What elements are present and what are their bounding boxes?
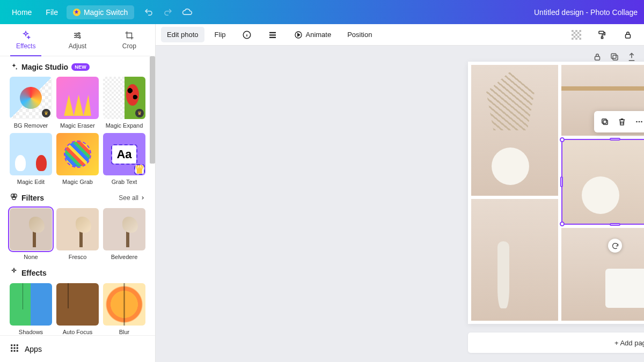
page-share-icon[interactable] <box>627 52 636 62</box>
magic-switch-icon <box>73 9 80 16</box>
effect-blur[interactable]: Blur <box>103 283 145 335</box>
page-duplicate-icon[interactable] <box>610 52 619 62</box>
tab-effects[interactable]: Effects <box>0 24 52 56</box>
tab-crop[interactable]: Crop <box>104 24 155 56</box>
resize-handle-sw[interactable] <box>560 221 565 226</box>
apps-label: Apps <box>25 345 42 353</box>
resize-handle-s[interactable] <box>610 223 620 226</box>
filter-fresco[interactable]: Fresco <box>56 208 99 260</box>
lock-icon <box>623 30 633 40</box>
filters-icon <box>10 193 18 203</box>
svg-rect-28 <box>611 54 616 58</box>
lines-icon <box>268 30 277 40</box>
style-copy-button[interactable] <box>591 26 613 43</box>
premium-crown-icon: ♛ <box>135 165 144 174</box>
topbar-history-icons <box>143 6 193 18</box>
home-button[interactable]: Home <box>6 5 37 20</box>
filter-belvedere[interactable]: Belvedere <box>103 208 145 260</box>
resize-handle-w[interactable] <box>560 176 563 187</box>
svg-rect-12 <box>11 350 12 352</box>
effects-icon <box>21 31 31 40</box>
tab-effects-label: Effects <box>16 42 35 50</box>
edit-photo-button[interactable]: Edit photo <box>161 27 204 42</box>
tool-magic-edit[interactable]: Magic Edit <box>10 133 52 185</box>
tool-label: Magic Expand <box>106 122 143 129</box>
svg-point-0 <box>78 32 80 34</box>
svg-point-1 <box>76 34 77 36</box>
svg-rect-20 <box>572 30 581 40</box>
rotate-handle[interactable] <box>608 239 622 253</box>
tool-label: Magic Edit <box>17 179 45 185</box>
svg-rect-14 <box>17 350 18 352</box>
tool-magic-eraser[interactable]: Magic Eraser <box>56 77 99 129</box>
align-button[interactable] <box>262 26 283 43</box>
canvas-stage[interactable]: + Add page <box>156 46 644 362</box>
magic-switch-label: Magic Switch <box>84 8 128 17</box>
svg-rect-23 <box>599 31 604 34</box>
filter-none[interactable]: None <box>10 208 52 260</box>
side-content: Magic Studio NEW ♛BG Remover Magic Erase… <box>0 56 155 335</box>
sidebar-scrollbar[interactable] <box>150 56 155 164</box>
info-icon <box>242 30 252 40</box>
svg-rect-7 <box>14 344 16 346</box>
position-button[interactable]: Position <box>341 27 378 42</box>
more-button[interactable] <box>632 114 644 129</box>
effect-auto-focus[interactable]: Auto Focus <box>56 283 99 335</box>
apps-icon <box>10 343 19 354</box>
collage-cell[interactable] <box>471 65 558 196</box>
resize-handle-nw[interactable] <box>560 137 565 142</box>
magic-studio-title: Magic Studio <box>21 63 68 71</box>
svg-rect-8 <box>17 344 18 346</box>
svg-rect-30 <box>602 119 606 123</box>
file-button[interactable]: File <box>40 5 63 20</box>
undo-button[interactable] <box>143 6 155 18</box>
effect-label: Blur <box>119 329 130 335</box>
transparency-icon <box>572 30 581 40</box>
redo-button[interactable] <box>162 6 174 18</box>
effect-shadows[interactable]: Shadows <box>10 283 52 335</box>
tool-bg-remover[interactable]: ♛BG Remover <box>10 77 52 129</box>
info-button[interactable] <box>236 26 258 43</box>
tool-magic-grab[interactable]: Magic Grab <box>56 133 99 185</box>
cloud-sync-icon[interactable] <box>181 6 193 18</box>
document-title[interactable]: Untitled design - Photo Collage <box>534 8 638 17</box>
effects-grid: Shadows Auto Focus Blur <box>10 283 145 335</box>
svg-rect-27 <box>613 55 618 60</box>
tab-adjust-label: Adjust <box>69 42 86 50</box>
flip-button[interactable]: Flip <box>209 27 232 42</box>
animate-button[interactable]: Animate <box>288 26 338 43</box>
transparency-button[interactable] <box>566 26 587 43</box>
resize-handle-n[interactable] <box>610 138 620 141</box>
delete-button[interactable] <box>614 114 630 129</box>
page-actions <box>592 52 636 62</box>
svg-rect-11 <box>17 348 18 349</box>
magic-switch-button[interactable]: Magic Switch <box>67 5 134 19</box>
apps-button[interactable]: Apps <box>0 335 155 362</box>
add-page-button[interactable]: + Add page <box>468 333 644 353</box>
tab-adjust[interactable]: Adjust <box>52 24 103 56</box>
tool-label: Grab Text <box>112 179 137 185</box>
filters-see-all[interactable]: See all <box>119 194 145 202</box>
selection-frame[interactable] <box>561 139 644 225</box>
filters-grid: None Fresco Belvedere <box>10 208 145 260</box>
magic-studio-header: Magic Studio NEW <box>10 63 145 71</box>
svg-rect-18 <box>269 36 276 38</box>
duplicate-button[interactable] <box>597 114 612 129</box>
effects-section-title: Effects <box>21 269 47 277</box>
collage-cell[interactable] <box>471 199 558 321</box>
svg-rect-9 <box>11 348 12 349</box>
fx-icon <box>10 268 18 278</box>
tool-label: Magic Grab <box>62 179 93 185</box>
lock-button[interactable] <box>617 26 639 43</box>
tool-grab-text[interactable]: Aa♛Grab Text <box>103 133 145 185</box>
premium-crown-icon: ♛ <box>135 109 144 117</box>
svg-point-31 <box>636 121 638 123</box>
effect-label: Shadows <box>19 329 43 335</box>
tool-magic-expand[interactable]: ♛Magic Expand <box>103 77 145 129</box>
filter-label: None <box>24 254 38 260</box>
svg-point-33 <box>641 121 642 123</box>
page-lock-icon[interactable] <box>592 52 602 62</box>
crop-icon <box>125 31 134 40</box>
collage-cell[interactable] <box>561 228 644 321</box>
svg-rect-17 <box>269 34 276 35</box>
